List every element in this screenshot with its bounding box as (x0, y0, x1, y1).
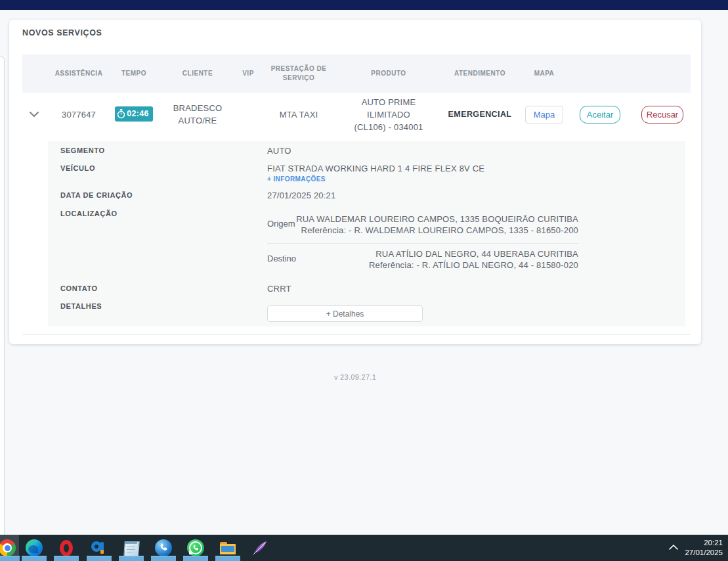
cell-prestacao: MTA TAXI (257, 108, 340, 121)
segmento-label: SEGMENTO (60, 146, 105, 154)
novos-servicos-card: NOVOS SERVIÇOS ASSISTÊNCIA TEMPO CLIENTE… (9, 20, 701, 344)
veiculo-value: FIAT STRADA WORKING HARD 1 4 FIRE FLEX 8… (267, 164, 484, 173)
tray-chevron-up-icon[interactable] (668, 543, 679, 551)
localizacao-label: LOCALIZAÇÃO (60, 210, 118, 217)
contato-label: CONTATO (60, 284, 98, 292)
table-row: 3077647 02:46 BRADESCO AUTO/RE MTA TAXI (22, 93, 691, 136)
destino-row: Destino RUA ATÍLIO DAL NEGRO, 44 UBERABA… (267, 248, 578, 271)
run-indicator (22, 556, 47, 561)
cell-produto: AUTO PRIME ILIMITADO (CL106) - 034001 (340, 96, 437, 133)
run-indicator (54, 556, 79, 561)
assistance-app-icon[interactable] (91, 539, 108, 556)
table-header-tempo: TEMPO (112, 69, 156, 78)
tray-date: 27/01/2025 (685, 548, 723, 558)
run-indicator (183, 556, 208, 561)
screen: NOVOS SERVIÇOS ASSISTÊNCIA TEMPO CLIENTE… (0, 0, 728, 561)
table-header-atendimento: ATENDIMENTO (437, 69, 523, 78)
veiculo-label: VEÍCULO (60, 164, 95, 172)
destino-label: Destino (267, 254, 296, 263)
table-header-vip: VIP (239, 69, 257, 78)
cell-assistencia: 3077647 (46, 108, 112, 121)
destino-address: RUA ATÍLIO DAL NEGRO, 44 UBERABA CURITIB… (267, 248, 578, 271)
table-header-assistencia: ASSISTÊNCIA (46, 69, 112, 78)
cell-tempo: 02:46 (112, 106, 156, 122)
detalhes-button[interactable]: + Detalhes (267, 305, 423, 322)
data-criacao-label: DATA DE CRIAÇÃO (60, 191, 133, 199)
phone-app-icon[interactable] (155, 539, 172, 556)
segmento-value: AUTO (267, 146, 291, 156)
detalhes-label: DETALHES (60, 302, 102, 310)
table-header-prestacao: PRESTAÇÃO DE SERVIÇO (257, 64, 340, 83)
notepad-icon[interactable] (123, 539, 140, 556)
version-text: v 23.09.27.1 (9, 373, 701, 381)
run-indicator (0, 556, 20, 561)
cell-atendimento: EMERGENCIAL (437, 108, 523, 121)
table-header: ASSISTÊNCIA TEMPO CLIENTE VIP PRESTAÇÃO … (22, 55, 691, 93)
table-header-cliente: CLIENTE (156, 69, 239, 78)
opera-icon[interactable] (58, 539, 75, 556)
location-divider (267, 243, 578, 244)
data-criacao-value: 27/01/2025 20:21 (267, 191, 335, 200)
origem-label: Origem (267, 219, 295, 229)
cell-cliente: BRADESCO AUTO/RE (156, 102, 239, 127)
aceitar-button[interactable]: Aceitar (580, 106, 620, 123)
quill-app-icon[interactable] (251, 539, 268, 556)
page-title: NOVOS SERVIÇOS (22, 28, 102, 37)
left-panel-edge (0, 56, 5, 535)
whatsapp-icon[interactable] (187, 539, 204, 556)
timer-value: 02:46 (127, 108, 148, 120)
run-indicator (87, 556, 112, 561)
chrome-icon[interactable] (0, 539, 16, 556)
table-header-produto: PRODUTO (340, 69, 437, 78)
browser-top-bar (0, 0, 728, 10)
table-header-mapa: MAPA (523, 69, 566, 78)
origem-row: Origem RUA WALDEMAR LOUREIRO CAMPOS, 133… (267, 213, 578, 236)
edge-icon[interactable] (26, 539, 43, 556)
recusar-button[interactable]: Recusar (641, 106, 683, 123)
stopwatch-icon (117, 109, 125, 119)
origem-address: RUA WALDEMAR LOUREIRO CAMPOS, 1335 BOQUE… (267, 213, 578, 236)
tray-time: 20:21 (685, 538, 723, 548)
mapa-button[interactable]: Mapa (525, 106, 563, 123)
tray-clock[interactable]: 20:21 27/01/2025 (685, 538, 723, 558)
run-indicator (151, 556, 176, 561)
chevron-down-icon[interactable] (29, 111, 39, 118)
timer-badge: 02:46 (115, 106, 152, 122)
run-indicator (215, 556, 240, 561)
taskbar: 20:21 27/01/2025 (0, 535, 728, 561)
contato-value: CRRT (267, 284, 291, 294)
card-bottom-divider (22, 334, 691, 335)
run-indicator (119, 556, 144, 561)
informacoes-link[interactable]: + INFORMAÇÕES (267, 175, 326, 183)
file-explorer-icon[interactable] (219, 539, 236, 556)
details-panel: SEGMENTO AUTO VEÍCULO FIAT STRADA WORKIN… (48, 141, 685, 326)
